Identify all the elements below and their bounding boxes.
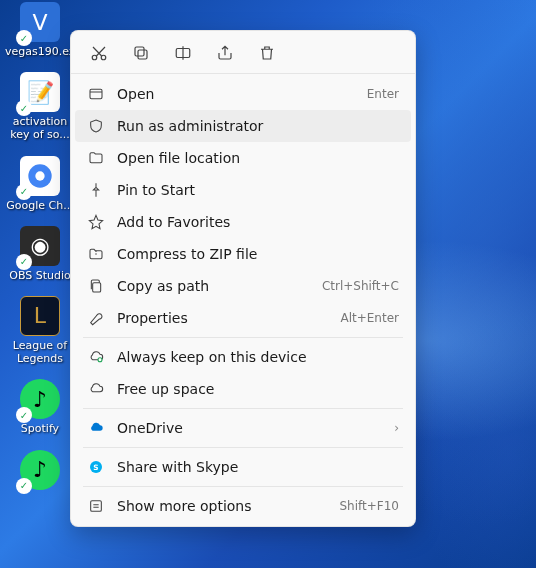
sync-check-icon: ✓ [16,100,32,116]
menu-item-always-keep[interactable]: Always keep on this device [71,341,415,373]
menu-item-label: OneDrive [117,420,386,436]
sync-check-icon: ✓ [16,184,32,200]
svg-point-3 [101,55,106,60]
menu-item-shortcut: Ctrl+Shift+C [322,279,399,293]
desktop-icon-chrome[interactable]: ✓ Google Ch... [4,156,76,212]
svg-rect-12 [91,501,102,512]
menu-separator [83,486,403,487]
more-icon [87,497,105,515]
menu-item-shortcut: Enter [367,87,399,101]
menu-item-label: Always keep on this device [117,349,399,365]
menu-item-label: Pin to Start [117,182,399,198]
star-icon [87,213,105,231]
sync-check-icon: ✓ [16,30,32,46]
menu-separator [83,408,403,409]
menu-item-label: Compress to ZIP file [117,246,399,262]
menu-item-open[interactable]: Open Enter [71,78,415,110]
cloud-icon [87,380,105,398]
app-icon: V [32,10,47,35]
context-menu: Open Enter Run as administrator Open fil… [70,30,416,527]
context-menu-body: Open Enter Run as administrator Open fil… [71,74,415,526]
menu-item-open-file-location[interactable]: Open file location [71,142,415,174]
menu-item-label: Free up space [117,381,399,397]
menu-item-shortcut: Alt+Enter [340,311,399,325]
league-icon: L [34,303,46,328]
shield-icon [87,117,105,135]
sync-check-icon: ✓ [16,407,32,423]
svg-point-1 [35,171,44,180]
svg-point-9 [98,358,102,362]
desktop-icon-label: Spotify [21,422,59,435]
sync-check-icon: ✓ [16,254,32,270]
skype-icon: S [87,458,105,476]
menu-item-run-as-administrator[interactable]: Run as administrator [75,110,411,142]
menu-item-label: Open file location [117,150,399,166]
share-icon[interactable] [215,43,235,63]
desktop-icon-league[interactable]: L League of Legends [4,296,76,365]
copy-path-icon [87,277,105,295]
menu-item-add-to-favorites[interactable]: Add to Favorites [71,206,415,238]
svg-rect-8 [93,283,101,292]
menu-item-copy-as-path[interactable]: Copy as path Ctrl+Shift+C [71,270,415,302]
folder-icon [87,149,105,167]
menu-item-label: Show more options [117,498,339,514]
svg-text:S: S [93,463,98,472]
wrench-icon [87,309,105,327]
desktop-icon-label: vegas190.exe [5,45,75,58]
open-icon [87,85,105,103]
desktop-icon-activation-key[interactable]: 📝 ✓ activation key of so... [4,72,76,141]
menu-item-share-skype[interactable]: S Share with Skype [71,451,415,483]
chrome-icon [26,162,54,190]
spotify-icon: ♪ [33,457,47,482]
menu-item-pin-to-start[interactable]: Pin to Start [71,174,415,206]
context-menu-action-bar [71,31,415,74]
menu-item-onedrive[interactable]: OneDrive › [71,412,415,444]
menu-item-compress-zip[interactable]: Compress to ZIP file [71,238,415,270]
desktop-icon-label: OBS Studio [9,269,71,282]
desktop-icon-obs[interactable]: ◉ ✓ OBS Studio [4,226,76,282]
pin-icon [87,181,105,199]
desktop-icon-spotify[interactable]: ♪ ✓ Spotify [4,379,76,435]
menu-item-label: Add to Favorites [117,214,399,230]
menu-item-label: Copy as path [117,278,322,294]
menu-item-shortcut: Shift+F10 [339,499,399,513]
svg-rect-7 [90,89,102,98]
menu-item-show-more-options[interactable]: Show more options Shift+F10 [71,490,415,522]
cut-icon[interactable] [89,43,109,63]
chevron-right-icon: › [394,421,399,435]
svg-rect-5 [135,47,144,56]
menu-item-label: Open [117,86,367,102]
desktop-icon-label: activation key of so... [5,115,75,141]
desktop-icon-label: League of Legends [5,339,75,365]
svg-rect-4 [138,50,147,59]
zip-icon [87,245,105,263]
menu-item-free-up-space[interactable]: Free up space [71,373,415,405]
desktop-icon-vegas[interactable]: V ✓ vegas190.exe [4,2,76,58]
menu-separator [83,337,403,338]
rename-icon[interactable] [173,43,193,63]
desktop-icon-spotify-2[interactable]: ♪ ✓ [4,450,76,490]
cloud-check-icon [87,348,105,366]
svg-point-2 [92,55,97,60]
delete-icon[interactable] [257,43,277,63]
spotify-icon: ♪ [33,387,47,412]
desktop-icon-label: Google Ch... [6,199,73,212]
file-icon: 📝 [27,80,54,105]
obs-icon: ◉ [30,233,49,258]
menu-item-label: Run as administrator [117,118,399,134]
copy-icon[interactable] [131,43,151,63]
menu-separator [83,447,403,448]
sync-check-icon: ✓ [16,478,32,494]
desktop-icons-column: V ✓ vegas190.exe 📝 ✓ activation key of s… [0,0,80,492]
menu-item-properties[interactable]: Properties Alt+Enter [71,302,415,334]
menu-item-label: Properties [117,310,340,326]
menu-item-label: Share with Skype [117,459,399,475]
onedrive-icon [87,419,105,437]
